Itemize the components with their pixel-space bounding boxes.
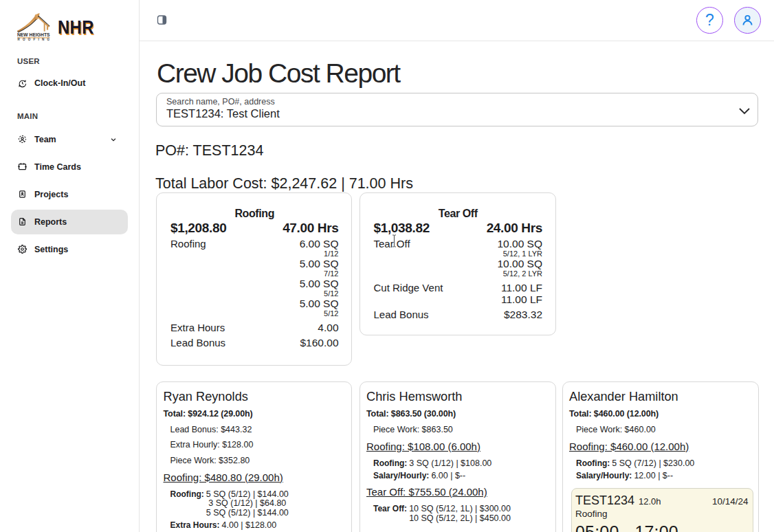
svg-text:ROOFING: ROOFING (18, 38, 50, 41)
svg-text:NEW HEIGHTS: NEW HEIGHTS (17, 32, 50, 38)
